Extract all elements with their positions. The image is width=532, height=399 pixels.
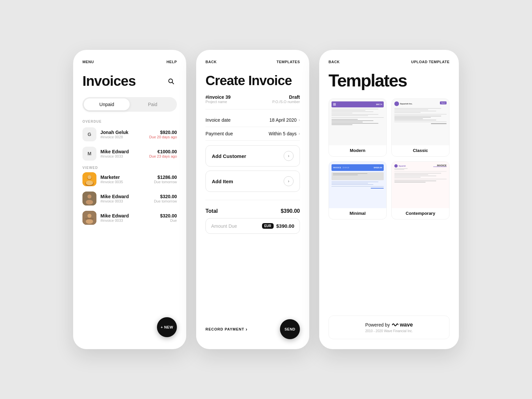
svg-point-6 bbox=[86, 181, 93, 185]
chevron-right-icon: › bbox=[246, 327, 248, 332]
tab-paid[interactable]: Paid bbox=[130, 98, 176, 110]
invoice-item-marketer[interactable]: Marketer #invoice 0035 $1286.00 Due tomo… bbox=[82, 172, 177, 186]
viewed-section-label: VIEWED bbox=[82, 166, 177, 170]
invoice-due: Due tomorrow bbox=[154, 199, 177, 203]
add-item-arrow-icon: › bbox=[284, 176, 294, 186]
overdue-section-label: OVERDUE bbox=[82, 120, 177, 123]
divider-2 bbox=[205, 200, 300, 200]
svg-point-11 bbox=[87, 214, 91, 218]
template-modern-name: Modern bbox=[329, 145, 386, 156]
project-name-label: Project name bbox=[205, 100, 231, 104]
template-contemporary-preview: Squarish INVOICE bbox=[392, 162, 449, 208]
payment-due-value: Within 5 days › bbox=[269, 131, 300, 136]
invoice-item-mike2[interactable]: Mike Edward #invoice 0033 $320.00 Due to… bbox=[82, 192, 177, 205]
svg-point-12 bbox=[86, 219, 93, 224]
invoice-num: #invoice 0028 bbox=[100, 135, 145, 139]
templates-grid: $897.74 Modern bbox=[329, 98, 450, 219]
invoice-name: Mike Edward bbox=[100, 213, 156, 218]
invoice-right-mike: €1000.00 Due 23 days ago bbox=[149, 149, 177, 158]
invoice-name: Marketer bbox=[100, 175, 150, 180]
avatar-mike3 bbox=[82, 211, 96, 225]
invoice-item-jonah[interactable]: G Jonah Geluk #invoice 0028 $920.00 Due … bbox=[82, 127, 177, 141]
invoice-date-label: Invoice date bbox=[205, 117, 231, 123]
wave-logo: wave bbox=[392, 322, 413, 328]
template-classic-preview: Squarish Inc. Saved bbox=[392, 99, 449, 145]
po-label: P.O./S.O number bbox=[272, 100, 300, 104]
invoice-right-mike2: $320.00 Due tomorrow bbox=[154, 194, 177, 203]
invoice-info-mike3: Mike Edward #invoice 0033 bbox=[100, 213, 156, 222]
menu-button[interactable]: MENU bbox=[82, 60, 94, 64]
templates-screen: BACK UPLOAD TEMPLATE Templates $897.74 bbox=[319, 50, 459, 349]
template-contemporary[interactable]: Squarish INVOICE bbox=[391, 161, 450, 219]
invoice-meta-left: #invoice 39 Project name bbox=[205, 94, 231, 104]
amount-due-value: $390.00 bbox=[276, 223, 294, 229]
search-button[interactable] bbox=[165, 75, 177, 87]
chevron-right-icon: › bbox=[299, 118, 300, 122]
wave-copyright: 2010 - 2020 Wave Financial Inc. bbox=[365, 329, 413, 333]
invoice-num: #invoice 0033 bbox=[100, 199, 150, 203]
invoice-right-jonah: $920.00 Due 20 days ago bbox=[149, 130, 177, 139]
invoices-top-nav: MENU HELP bbox=[82, 60, 177, 64]
template-minimal[interactable]: INVOICE 23-04-20 $4520.00 bbox=[329, 161, 387, 219]
avatar-mike2 bbox=[82, 192, 96, 205]
record-payment-button[interactable]: RECORD PAYMENT › bbox=[205, 327, 247, 332]
draft-badge: Draft bbox=[272, 94, 300, 100]
send-button[interactable]: SEND bbox=[280, 319, 300, 339]
tab-unpaid[interactable]: Unpaid bbox=[84, 98, 130, 110]
add-item-label: Add Item bbox=[212, 179, 233, 184]
invoices-screen: MENU HELP Invoices Unpaid Paid OVERDUE G… bbox=[73, 50, 186, 349]
invoices-page-title: Invoices bbox=[82, 73, 136, 89]
invoice-info-mike: Mike Edward #invoice 0033 bbox=[100, 149, 145, 158]
invoices-title-row: Invoices bbox=[82, 73, 177, 89]
tab-toggle: Unpaid Paid bbox=[82, 97, 177, 112]
invoice-date-value: 18 April 2020 › bbox=[269, 117, 300, 123]
invoice-info-jonah: Jonah Geluk #invoice 0028 bbox=[100, 130, 145, 139]
invoice-right-mike3: $320.00 Due bbox=[160, 213, 177, 222]
invoice-num: #invoice 0033 bbox=[100, 154, 145, 158]
template-classic-name: Classic bbox=[392, 145, 449, 156]
new-invoice-button[interactable]: + NEW bbox=[157, 317, 177, 337]
svg-rect-13 bbox=[85, 218, 94, 219]
chevron-right-icon: › bbox=[299, 131, 300, 136]
powered-by-text: Powered by wave bbox=[365, 322, 413, 328]
avatar-marketer bbox=[82, 172, 96, 186]
add-customer-button[interactable]: Add Customer › bbox=[205, 145, 300, 167]
template-classic[interactable]: Squarish Inc. Saved bbox=[391, 98, 450, 157]
invoice-due: Due 23 days ago bbox=[149, 154, 177, 158]
invoice-amount: €1000.00 bbox=[149, 149, 177, 154]
payment-due-row[interactable]: Payment due Within 5 days › bbox=[205, 127, 300, 141]
payment-due-label: Payment due bbox=[205, 131, 233, 136]
amount-due-label: Amount Due bbox=[211, 223, 237, 229]
help-button[interactable]: HELP bbox=[167, 60, 177, 64]
back-button[interactable]: BACK bbox=[205, 60, 217, 64]
upload-template-button[interactable]: UPLOAD TEMPLATE bbox=[411, 60, 450, 64]
invoice-name: Mike Edward bbox=[100, 194, 150, 199]
template-modern[interactable]: $897.74 Modern bbox=[329, 98, 387, 157]
divider-1 bbox=[205, 109, 300, 109]
total-row: Total $390.00 bbox=[205, 204, 300, 218]
add-item-button[interactable]: Add Item › bbox=[205, 171, 300, 192]
total-label: Total bbox=[205, 208, 218, 214]
invoice-item-mike3[interactable]: Mike Edward #invoice 0033 $320.00 Due bbox=[82, 211, 177, 225]
total-value: $390.00 bbox=[281, 208, 300, 214]
invoice-name: Mike Edward bbox=[100, 149, 145, 154]
back-button-templates[interactable]: BACK bbox=[329, 60, 340, 64]
svg-point-5 bbox=[87, 175, 91, 179]
template-contemporary-name: Contemporary bbox=[392, 208, 449, 219]
invoice-item-mike-overdue[interactable]: M Mike Edward #invoice 0033 €1000.00 Due… bbox=[82, 147, 177, 161]
templates-page-title: Templates bbox=[329, 70, 450, 90]
svg-point-8 bbox=[87, 195, 91, 199]
amount-due-box: Amount Due EUR $390.00 bbox=[205, 218, 300, 234]
invoice-amount: $320.00 bbox=[160, 213, 177, 218]
avatar-mike: M bbox=[82, 147, 96, 161]
svg-point-9 bbox=[86, 200, 93, 204]
invoice-date-row[interactable]: Invoice date 18 April 2020 › bbox=[205, 113, 300, 127]
invoice-right-marketer: $1286.00 Due tomorrow bbox=[154, 175, 177, 184]
invoice-meta-row: #invoice 39 Project name Draft P.O./S.O … bbox=[205, 94, 300, 104]
invoice-meta-right: Draft P.O./S.O number bbox=[272, 94, 300, 104]
template-minimal-preview: INVOICE 23-04-20 $4520.00 bbox=[329, 162, 386, 208]
invoice-number: #invoice 39 bbox=[205, 94, 231, 100]
invoice-due: Due bbox=[160, 218, 177, 222]
powered-by-section: Powered by wave 2010 - 2020 Wave Financi… bbox=[329, 316, 450, 339]
templates-button[interactable]: TEMPLATES bbox=[277, 60, 300, 64]
